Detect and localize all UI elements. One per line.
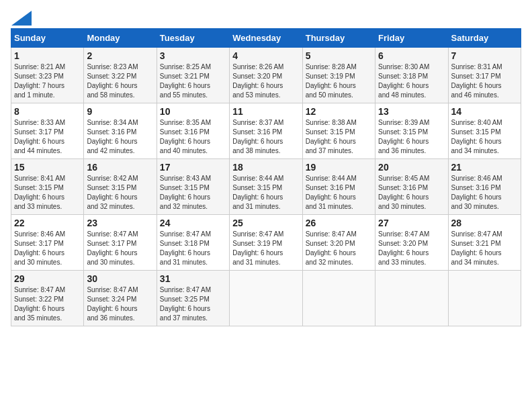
day-number: 28 xyxy=(451,218,518,228)
day-number: 25 xyxy=(232,218,299,228)
weekday-header-monday: Monday xyxy=(84,29,157,48)
day-info: Sunrise: 8:47 AMSunset: 3:19 PMDaylight:… xyxy=(232,230,299,267)
day-info: Sunrise: 8:47 AMSunset: 3:20 PMDaylight:… xyxy=(306,230,372,267)
calendar-cell: 9 Sunrise: 8:34 AMSunset: 3:16 PMDayligh… xyxy=(84,103,157,159)
day-number: 4 xyxy=(232,50,299,61)
calendar-cell: 21 Sunrise: 8:46 AMSunset: 3:16 PMDaylig… xyxy=(448,159,521,215)
day-number: 26 xyxy=(306,218,372,228)
day-number: 24 xyxy=(160,218,226,228)
calendar-cell: 1 Sunrise: 8:21 AMSunset: 3:23 PMDayligh… xyxy=(11,48,84,103)
day-info: Sunrise: 8:26 AMSunset: 3:20 PMDaylight:… xyxy=(232,62,299,100)
day-number: 11 xyxy=(232,106,299,117)
day-info: Sunrise: 8:47 AMSunset: 3:22 PMDaylight:… xyxy=(14,285,81,323)
day-number: 5 xyxy=(306,50,372,61)
calendar-cell: 25 Sunrise: 8:47 AMSunset: 3:19 PMDaylig… xyxy=(230,215,302,271)
day-number: 13 xyxy=(378,106,445,117)
calendar-cell: 23 Sunrise: 8:47 AMSunset: 3:17 PMDaylig… xyxy=(84,215,157,271)
day-info: Sunrise: 8:47 AMSunset: 3:17 PMDaylight:… xyxy=(87,230,153,267)
calendar-cell: 30 Sunrise: 8:47 AMSunset: 3:24 PMDaylig… xyxy=(84,271,157,326)
day-number: 18 xyxy=(232,162,299,173)
weekday-header-sunday: Sunday xyxy=(11,29,84,48)
day-info: Sunrise: 8:45 AMSunset: 3:16 PMDaylight:… xyxy=(378,174,445,212)
day-info: Sunrise: 8:39 AMSunset: 3:15 PMDaylight:… xyxy=(378,118,445,156)
day-number: 20 xyxy=(378,162,445,173)
day-info: Sunrise: 8:34 AMSunset: 3:16 PMDaylight:… xyxy=(87,118,153,156)
calendar-cell: 6 Sunrise: 8:30 AMSunset: 3:18 PMDayligh… xyxy=(375,48,448,103)
calendar-cell: 14 Sunrise: 8:40 AMSunset: 3:15 PMDaylig… xyxy=(448,103,521,159)
calendar-cell: 27 Sunrise: 8:47 AMSunset: 3:20 PMDaylig… xyxy=(375,215,448,271)
calendar-cell: 17 Sunrise: 8:43 AMSunset: 3:15 PMDaylig… xyxy=(157,159,229,215)
weekday-header-wednesday: Wednesday xyxy=(230,29,302,48)
day-number: 21 xyxy=(451,162,518,173)
day-number: 6 xyxy=(378,50,445,61)
day-info: Sunrise: 8:44 AMSunset: 3:16 PMDaylight:… xyxy=(306,174,372,212)
day-info: Sunrise: 8:40 AMSunset: 3:15 PMDaylight:… xyxy=(451,118,518,156)
day-info: Sunrise: 8:31 AMSunset: 3:17 PMDaylight:… xyxy=(451,62,518,100)
calendar-cell: 29 Sunrise: 8:47 AMSunset: 3:22 PMDaylig… xyxy=(11,271,84,326)
calendar-cell: 28 Sunrise: 8:47 AMSunset: 3:21 PMDaylig… xyxy=(448,215,521,271)
calendar-cell: 4 Sunrise: 8:26 AMSunset: 3:20 PMDayligh… xyxy=(230,48,302,103)
day-info: Sunrise: 8:46 AMSunset: 3:16 PMDaylight:… xyxy=(451,174,518,212)
day-number: 8 xyxy=(14,106,81,117)
day-info: Sunrise: 8:23 AMSunset: 3:22 PMDaylight:… xyxy=(87,62,153,100)
day-number: 9 xyxy=(87,106,153,117)
header xyxy=(11,11,521,23)
day-number: 16 xyxy=(87,162,153,173)
day-number: 3 xyxy=(160,50,226,61)
day-info: Sunrise: 8:42 AMSunset: 3:15 PMDaylight:… xyxy=(87,174,153,212)
calendar-cell: 22 Sunrise: 8:46 AMSunset: 3:17 PMDaylig… xyxy=(11,215,84,271)
day-number: 1 xyxy=(14,50,81,61)
calendar-cell: 20 Sunrise: 8:45 AMSunset: 3:16 PMDaylig… xyxy=(375,159,448,215)
day-info: Sunrise: 8:30 AMSunset: 3:18 PMDaylight:… xyxy=(378,62,445,100)
day-number: 10 xyxy=(160,106,226,117)
day-number: 7 xyxy=(451,50,518,61)
day-info: Sunrise: 8:47 AMSunset: 3:20 PMDaylight:… xyxy=(378,230,445,267)
day-number: 31 xyxy=(160,273,226,284)
weekday-header-saturday: Saturday xyxy=(448,29,521,48)
day-info: Sunrise: 8:28 AMSunset: 3:19 PMDaylight:… xyxy=(306,62,372,100)
day-number: 27 xyxy=(378,218,445,228)
calendar-cell xyxy=(230,271,302,326)
calendar-cell: 11 Sunrise: 8:37 AMSunset: 3:16 PMDaylig… xyxy=(230,103,302,159)
day-number: 22 xyxy=(14,218,81,228)
calendar-cell: 24 Sunrise: 8:47 AMSunset: 3:18 PMDaylig… xyxy=(157,215,229,271)
day-number: 12 xyxy=(306,106,372,117)
day-number: 17 xyxy=(160,162,226,173)
day-info: Sunrise: 8:41 AMSunset: 3:15 PMDaylight:… xyxy=(14,174,81,212)
calendar-cell: 8 Sunrise: 8:33 AMSunset: 3:17 PMDayligh… xyxy=(11,103,84,159)
calendar-cell: 12 Sunrise: 8:38 AMSunset: 3:15 PMDaylig… xyxy=(302,103,375,159)
day-info: Sunrise: 8:44 AMSunset: 3:15 PMDaylight:… xyxy=(232,174,299,212)
calendar-cell: 18 Sunrise: 8:44 AMSunset: 3:15 PMDaylig… xyxy=(230,159,302,215)
weekday-header-friday: Friday xyxy=(375,29,448,48)
calendar-cell: 15 Sunrise: 8:41 AMSunset: 3:15 PMDaylig… xyxy=(11,159,84,215)
calendar: SundayMondayTuesdayWednesdayThursdayFrid… xyxy=(11,28,521,326)
calendar-cell xyxy=(448,271,521,326)
day-info: Sunrise: 8:43 AMSunset: 3:15 PMDaylight:… xyxy=(160,174,226,212)
day-number: 14 xyxy=(451,106,518,117)
weekday-header-tuesday: Tuesday xyxy=(157,29,229,48)
calendar-cell: 13 Sunrise: 8:39 AMSunset: 3:15 PMDaylig… xyxy=(375,103,448,159)
day-info: Sunrise: 8:35 AMSunset: 3:16 PMDaylight:… xyxy=(160,118,226,156)
day-info: Sunrise: 8:33 AMSunset: 3:17 PMDaylight:… xyxy=(14,118,81,156)
calendar-cell: 26 Sunrise: 8:47 AMSunset: 3:20 PMDaylig… xyxy=(302,215,375,271)
weekday-header-thursday: Thursday xyxy=(302,29,375,48)
calendar-cell xyxy=(375,271,448,326)
calendar-cell: 5 Sunrise: 8:28 AMSunset: 3:19 PMDayligh… xyxy=(302,48,375,103)
day-info: Sunrise: 8:46 AMSunset: 3:17 PMDaylight:… xyxy=(14,230,81,267)
calendar-cell xyxy=(302,271,375,326)
day-number: 15 xyxy=(14,162,81,173)
calendar-cell: 19 Sunrise: 8:44 AMSunset: 3:16 PMDaylig… xyxy=(302,159,375,215)
day-number: 29 xyxy=(14,273,81,284)
day-number: 30 xyxy=(87,273,153,284)
svg-marker-0 xyxy=(11,11,32,26)
day-number: 2 xyxy=(87,50,153,61)
day-info: Sunrise: 8:47 AMSunset: 3:18 PMDaylight:… xyxy=(160,230,226,267)
logo-icon xyxy=(11,11,32,26)
day-info: Sunrise: 8:47 AMSunset: 3:24 PMDaylight:… xyxy=(87,285,153,323)
day-info: Sunrise: 8:21 AMSunset: 3:23 PMDaylight:… xyxy=(14,62,81,100)
day-number: 23 xyxy=(87,218,153,228)
day-info: Sunrise: 8:47 AMSunset: 3:25 PMDaylight:… xyxy=(160,285,226,323)
day-info: Sunrise: 8:38 AMSunset: 3:15 PMDaylight:… xyxy=(306,118,372,156)
calendar-cell: 31 Sunrise: 8:47 AMSunset: 3:25 PMDaylig… xyxy=(157,271,229,326)
day-info: Sunrise: 8:25 AMSunset: 3:21 PMDaylight:… xyxy=(160,62,226,100)
